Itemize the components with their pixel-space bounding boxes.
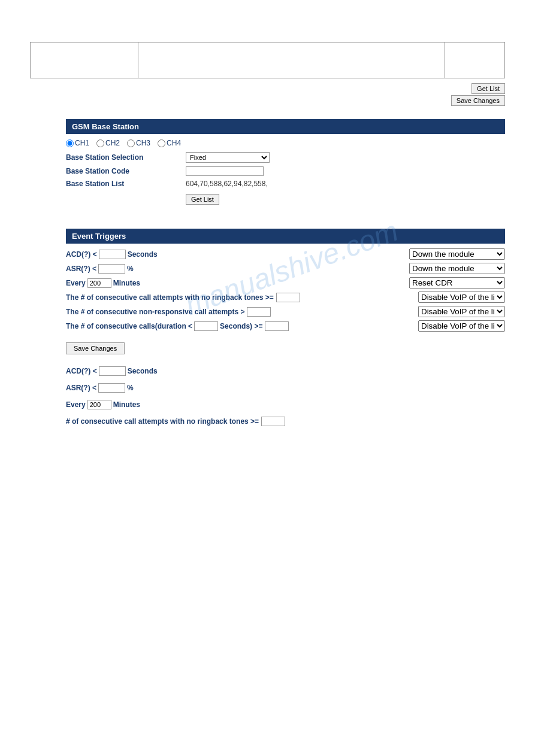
save-changes-area: Save Changes [66,336,505,354]
every-input[interactable] [87,278,111,288]
save-changes-button[interactable]: Save Changes [66,342,125,354]
ch1-radio[interactable] [66,139,74,147]
consec3-label-before: The # of consecutive calls(duration < [66,322,192,330]
consec1-label: The # of consecutive call attempts with … [66,293,274,302]
asr-trigger-row: ASR(?) < % Down the module Reset CDR Dis… [66,263,505,274]
event-triggers-section: Event Triggers ACD(?) < Seconds Down the… [66,229,505,354]
ch4-radio-label[interactable]: CH4 [158,139,181,147]
consec3-input1[interactable] [194,321,218,331]
top-buttons: Get List Save Changes [30,83,505,107]
consec1-action-select[interactable]: Disable VoIP of the li Down the module R… [418,292,505,303]
consec1-trigger-row: The # of consecutive call attempts with … [66,292,505,303]
consec1-action: Disable VoIP of the li Down the module R… [418,292,505,303]
ch4-radio[interactable] [158,139,165,147]
acd-label-after: Seconds [128,250,158,259]
base-station-selection-row: Base Station Selection Fixed Auto [66,152,505,163]
ch1-radio-label[interactable]: CH1 [66,139,89,147]
get-list-button[interactable]: Get List [186,194,219,205]
consec1-left: The # of consecutive call attempts with … [66,293,413,302]
ch2-radio-label[interactable]: CH2 [96,139,120,147]
asr-action-select[interactable]: Down the module Reset CDR Disable VoIP o… [409,263,505,274]
consec3-label-mid: Seconds) >= [220,322,262,330]
consec2-left: The # of consecutive non-responsive call… [66,307,413,317]
top-cell-2 [138,42,445,78]
ch3-radio[interactable] [127,139,135,147]
acd-trigger-row: ACD(?) < Seconds Down the module Reset C… [66,248,505,260]
base-station-code-input[interactable] [186,166,264,176]
get-list-area: Get List [186,192,505,205]
event-triggers-title: Event Triggers [66,229,505,244]
top-table [30,42,505,78]
base-station-selection-dropdown[interactable]: Fixed Auto [186,152,270,163]
every-left: Every Minutes [66,278,404,288]
channel-radio-row: CH1 CH2 CH3 CH4 [66,139,505,147]
ch3-radio-label[interactable]: CH3 [127,139,150,147]
ch2-radio[interactable] [96,139,104,147]
top-cell-1 [31,42,138,78]
consec2-action-select[interactable]: Disable VoIP of the li Down the module R… [418,306,505,317]
bottom-every-input[interactable] [87,400,111,409]
base-station-list-label: Base Station List [66,180,186,188]
base-station-selection-label: Base Station Selection [66,153,186,162]
bottom-section: ACD(?) < Seconds ASR(?) < % Every Minute… [66,366,505,426]
get-list-button-top[interactable]: Get List [471,83,505,94]
every-action-select[interactable]: Down the module Reset CDR Disable VoIP o… [409,277,505,289]
gsm-section: GSM Base Station CH1 CH2 CH3 CH4 Base St… [66,119,505,205]
acd-action: Down the module Reset CDR Disable VoIP o… [409,248,505,260]
every-label-after: Minutes [113,279,140,287]
acd-left: ACD(?) < Seconds [66,250,404,259]
save-changes-button-top[interactable]: Save Changes [451,95,505,106]
base-station-list-value: 604,70,588,62,94,82,558, [186,180,268,188]
consec3-trigger-row: The # of consecutive calls(duration < Se… [66,320,505,332]
bottom-asr-row: ASR(?) < % [66,383,505,393]
bottom-acd-input[interactable] [99,366,126,376]
acd-action-select[interactable]: Down the module Reset CDR Disable VoIP o… [409,248,505,260]
bottom-asr-label-after: % [127,384,134,392]
bottom-asr-label-before: ASR(?) < [66,384,96,392]
base-station-code-label: Base Station Code [66,167,186,175]
consec3-left: The # of consecutive calls(duration < Se… [66,321,413,331]
asr-label-before: ASR(?) < [66,265,96,273]
bottom-consec-row: # of consecutive call attempts with no r… [66,417,505,426]
consec1-input[interactable] [276,293,300,302]
consec2-trigger-row: The # of consecutive non-responsive call… [66,306,505,317]
asr-left: ASR(?) < % [66,264,404,274]
asr-label-after: % [127,265,134,273]
bottom-consec-label: # of consecutive call attempts with no r… [66,417,259,426]
asr-input[interactable] [98,264,125,274]
acd-label-before: ACD(?) < [66,250,97,259]
bottom-every-label-before: Every [66,400,86,409]
consec2-action: Disable VoIP of the li Down the module R… [418,306,505,317]
consec3-action-select[interactable]: Disable VoIP of the li Down the module R… [418,320,505,332]
base-station-list-row: Base Station List 604,70,588,62,94,82,55… [66,180,505,188]
consec2-label: The # of consecutive non-responsive call… [66,308,244,316]
consec2-input[interactable] [247,307,271,317]
bottom-acd-label-after: Seconds [128,367,158,375]
every-label-before: Every [66,279,86,287]
bottom-asr-input[interactable] [98,383,125,393]
top-cell-3 [445,42,505,78]
consec3-action: Disable VoIP of the li Down the module R… [418,320,505,332]
bottom-every-label-after: Minutes [113,400,140,409]
gsm-section-title: GSM Base Station [66,119,505,134]
acd-input[interactable] [99,250,126,259]
bottom-acd-row: ACD(?) < Seconds [66,366,505,376]
bottom-consec-input[interactable] [261,417,285,426]
bottom-acd-label-before: ACD(?) < [66,367,97,375]
every-trigger-row: Every Minutes Down the module Reset CDR … [66,277,505,289]
asr-action: Down the module Reset CDR Disable VoIP o… [409,263,505,274]
bottom-every-row: Every Minutes [66,400,505,409]
consec3-input2[interactable] [265,321,289,331]
every-action: Down the module Reset CDR Disable VoIP o… [409,277,505,289]
base-station-code-row: Base Station Code [66,166,505,176]
